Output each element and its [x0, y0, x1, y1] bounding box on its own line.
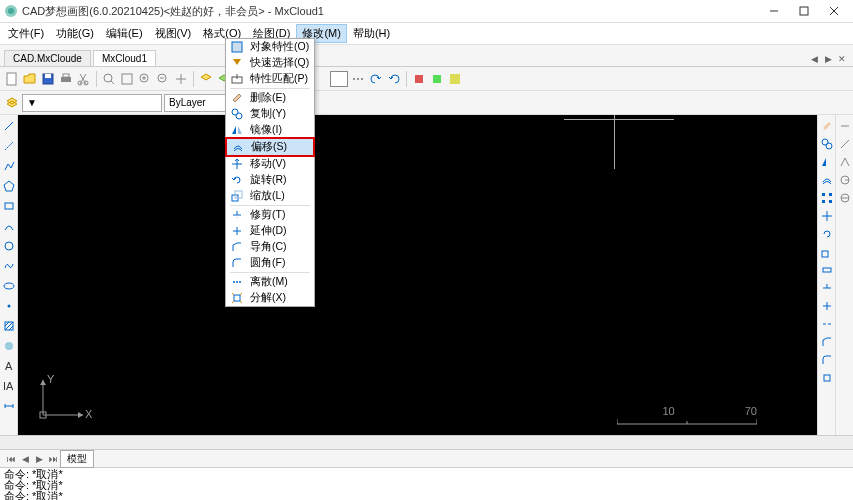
dd-trim[interactable]: 修剪(T) [226, 207, 314, 223]
dim-radius-icon[interactable] [838, 173, 852, 187]
color-swatch[interactable] [330, 71, 348, 87]
zoom-out-icon[interactable] [155, 71, 171, 87]
dim-angular-icon[interactable] [838, 155, 852, 169]
erase-tool-icon[interactable] [820, 119, 834, 133]
dd-discrete[interactable]: 离散(M) [226, 274, 314, 290]
pan-icon[interactable] [173, 71, 189, 87]
model-tab[interactable]: 模型 [60, 450, 94, 468]
insert-icon[interactable] [429, 71, 445, 87]
fillet-tool-icon[interactable] [820, 353, 834, 367]
save-icon[interactable] [40, 71, 56, 87]
dd-rotate[interactable]: 旋转(R) [226, 172, 314, 188]
app-icon [4, 4, 18, 18]
svg-rect-15 [234, 295, 240, 301]
move-tool-icon[interactable] [820, 209, 834, 223]
point-icon[interactable] [2, 299, 16, 313]
arc-icon[interactable] [2, 219, 16, 233]
print-icon[interactable] [58, 71, 74, 87]
mtext-icon[interactable]: IA [2, 379, 16, 393]
dd-chamfer[interactable]: 导角(C) [226, 239, 314, 255]
menu-edit[interactable]: 编辑(E) [100, 24, 149, 43]
menu-function[interactable]: 功能(G) [50, 24, 100, 43]
doc-tab-0[interactable]: CAD.MxCloude [4, 50, 91, 66]
dd-move[interactable]: 移动(V) [226, 156, 314, 172]
menu-view[interactable]: 视图(V) [149, 24, 198, 43]
rectangle-icon[interactable] [2, 199, 16, 213]
doc-tab-1[interactable]: MxCloud1 [93, 50, 156, 66]
minimize-button[interactable] [759, 1, 789, 21]
offset-tool-icon[interactable] [820, 173, 834, 187]
hatch-tool-icon[interactable] [2, 319, 16, 333]
dd-erase[interactable]: 删除(E) [226, 90, 314, 106]
close-button[interactable] [819, 1, 849, 21]
mirror-tool-icon[interactable] [820, 155, 834, 169]
dd-separator [230, 88, 310, 89]
open-icon[interactable] [22, 71, 38, 87]
explode-tool-icon[interactable] [820, 371, 834, 385]
block-icon[interactable] [411, 71, 427, 87]
undo-icon[interactable] [368, 71, 384, 87]
maximize-button[interactable] [789, 1, 819, 21]
dd-properties[interactable]: 对象特性(O) [226, 39, 314, 55]
tab-nav-right[interactable]: ▶ [821, 52, 835, 66]
circle-icon[interactable] [2, 239, 16, 253]
linetype-icon[interactable] [350, 71, 366, 87]
line-icon[interactable] [2, 119, 16, 133]
dd-mirror[interactable]: 镜像(I) [226, 122, 314, 138]
zoom-extents-icon[interactable] [119, 71, 135, 87]
zoom-window-icon[interactable] [101, 71, 117, 87]
tab-nav-left[interactable]: ◀ [807, 52, 821, 66]
dim-linear-icon[interactable] [838, 119, 852, 133]
array-tool-icon[interactable] [820, 191, 834, 205]
rotate-icon [230, 173, 244, 187]
polyline-icon[interactable] [2, 159, 16, 173]
scale-tool-icon[interactable] [820, 245, 834, 259]
layer-icon[interactable] [198, 71, 214, 87]
dd-explode[interactable]: 分解(X) [226, 290, 314, 306]
dd-scale[interactable]: 缩放(L) [226, 188, 314, 204]
erase-icon [230, 91, 244, 105]
extend-tool-icon[interactable] [820, 299, 834, 313]
tab-close[interactable]: ✕ [835, 52, 849, 66]
ray-icon[interactable] [2, 139, 16, 153]
region-icon[interactable] [2, 339, 16, 353]
layer-selector[interactable]: ▼ [22, 94, 162, 112]
quickselect-icon [230, 56, 244, 70]
menu-file[interactable]: 文件(F) [2, 24, 50, 43]
text-icon[interactable]: A [2, 359, 16, 373]
menu-help[interactable]: 帮助(H) [347, 24, 396, 43]
modify-dropdown: 对象特性(O) 快速选择(Q) 特性匹配(P) 删除(E) 复制(Y) 镜像(I… [225, 38, 315, 307]
dd-offset[interactable]: 偏移(S) [227, 139, 313, 155]
dd-copy[interactable]: 复制(Y) [226, 106, 314, 122]
command-window[interactable]: 命令: *取消* 命令: *取消* 命令: *取消* 命令: [0, 467, 853, 500]
model-tab-prev[interactable]: ◀ [18, 452, 32, 466]
model-tab-last[interactable]: ⏭ [46, 452, 60, 466]
dd-quickselect[interactable]: 快速选择(Q) [226, 55, 314, 71]
dim-diameter-icon[interactable] [838, 191, 852, 205]
dd-extend[interactable]: 延伸(D) [226, 223, 314, 239]
break-tool-icon[interactable] [820, 317, 834, 331]
spline-icon[interactable] [2, 259, 16, 273]
horizontal-scrollbar[interactable] [0, 435, 853, 449]
polygon-icon[interactable] [2, 179, 16, 193]
layer-manager-icon[interactable] [4, 95, 20, 111]
trim-tool-icon[interactable] [820, 281, 834, 295]
ellipse-icon[interactable] [2, 279, 16, 293]
copy-tool-icon[interactable] [820, 137, 834, 151]
zoom-in-icon[interactable] [137, 71, 153, 87]
chamfer-tool-icon[interactable] [820, 335, 834, 349]
rotate-tool-icon[interactable] [820, 227, 834, 241]
model-tab-first[interactable]: ⏮ [4, 452, 18, 466]
dim-aligned-icon[interactable] [838, 137, 852, 151]
model-tab-next[interactable]: ▶ [32, 452, 46, 466]
new-icon[interactable] [4, 71, 20, 87]
cut-icon[interactable] [76, 71, 92, 87]
redo-icon[interactable] [386, 71, 402, 87]
dd-fillet[interactable]: 圆角(F) [226, 255, 314, 271]
drawing-canvas[interactable]: Y X 10 70 [18, 115, 817, 435]
hatch-icon[interactable] [447, 71, 463, 87]
dimension-icon[interactable] [2, 399, 16, 413]
stretch-tool-icon[interactable] [820, 263, 834, 277]
dd-matchprop[interactable]: 特性匹配(P) [226, 71, 314, 87]
copy-icon [230, 107, 244, 121]
